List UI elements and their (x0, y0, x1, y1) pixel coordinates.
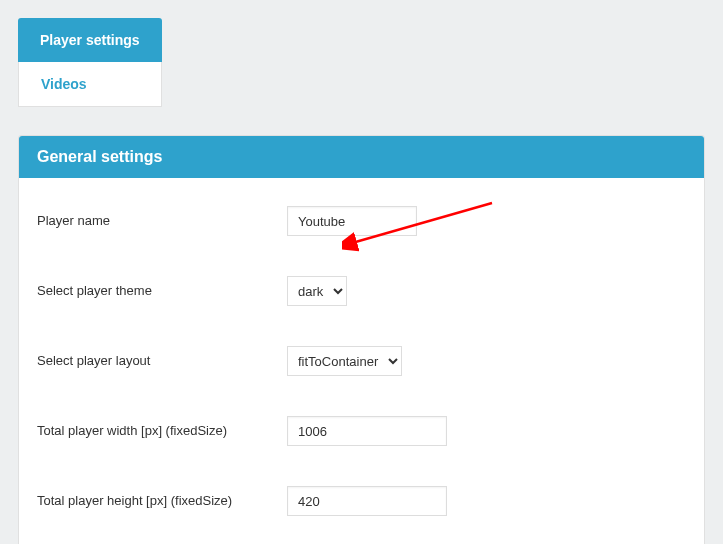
row-player-layout: Select player layout fitToContainer (37, 326, 686, 396)
label-player-name: Player name (37, 212, 287, 230)
tabs-nav: Player settings Videos (18, 18, 162, 107)
select-player-layout[interactable]: fitToContainer (287, 346, 402, 376)
label-player-width: Total player width [px] (fixedSize) (37, 422, 287, 440)
panel-body: Player name Select player theme dark Sel… (19, 178, 704, 544)
tab-player-settings[interactable]: Player settings (18, 18, 162, 62)
select-player-theme[interactable]: dark (287, 276, 347, 306)
row-player-name: Player name (37, 186, 686, 256)
panel-header: General settings (19, 136, 704, 178)
input-player-height[interactable] (287, 486, 447, 516)
label-player-layout: Select player layout (37, 352, 287, 370)
tab-videos[interactable]: Videos (18, 62, 162, 107)
row-player-width: Total player width [px] (fixedSize) (37, 396, 686, 466)
row-player-height: Total player height [px] (fixedSize) (37, 466, 686, 536)
label-player-height: Total player height [px] (fixedSize) (37, 492, 287, 510)
row-player-theme: Select player theme dark (37, 256, 686, 326)
label-player-theme: Select player theme (37, 282, 287, 300)
input-player-name[interactable] (287, 206, 417, 236)
input-player-width[interactable] (287, 416, 447, 446)
general-settings-panel: General settings Player name Select play… (18, 135, 705, 544)
